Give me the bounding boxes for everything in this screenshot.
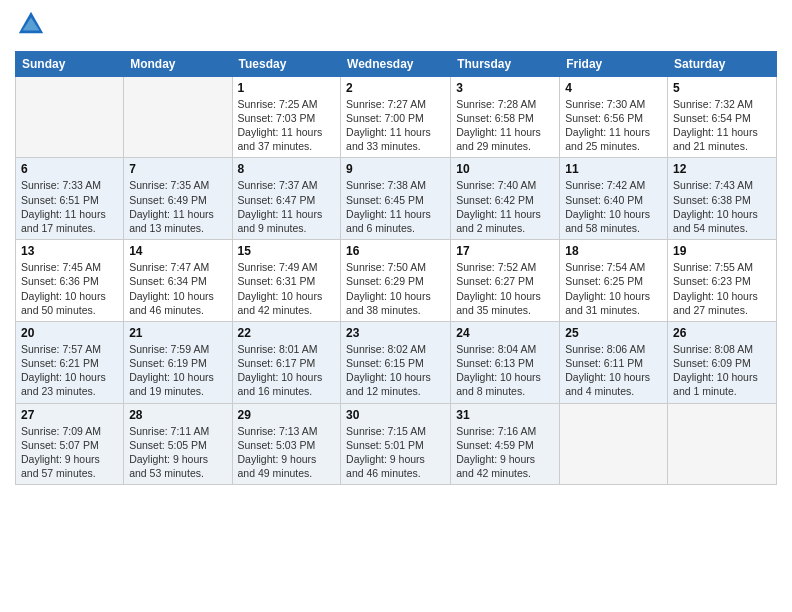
calendar-cell: 20Sunrise: 7:57 AM Sunset: 6:21 PM Dayli… [16, 321, 124, 403]
weekday-header-row: SundayMondayTuesdayWednesdayThursdayFrid… [16, 51, 777, 76]
day-info: Sunrise: 7:55 AM Sunset: 6:23 PM Dayligh… [673, 260, 771, 317]
day-number: 15 [238, 244, 336, 258]
day-number: 24 [456, 326, 554, 340]
day-info: Sunrise: 7:50 AM Sunset: 6:29 PM Dayligh… [346, 260, 445, 317]
weekday-header-sunday: Sunday [16, 51, 124, 76]
header [15, 10, 777, 43]
weekday-header-wednesday: Wednesday [341, 51, 451, 76]
day-number: 3 [456, 81, 554, 95]
weekday-header-friday: Friday [560, 51, 668, 76]
day-info: Sunrise: 7:52 AM Sunset: 6:27 PM Dayligh… [456, 260, 554, 317]
day-info: Sunrise: 7:32 AM Sunset: 6:54 PM Dayligh… [673, 97, 771, 154]
day-info: Sunrise: 7:57 AM Sunset: 6:21 PM Dayligh… [21, 342, 118, 399]
calendar-cell: 9Sunrise: 7:38 AM Sunset: 6:45 PM Daylig… [341, 158, 451, 240]
weekday-header-thursday: Thursday [451, 51, 560, 76]
day-info: Sunrise: 7:09 AM Sunset: 5:07 PM Dayligh… [21, 424, 118, 481]
weekday-header-monday: Monday [124, 51, 232, 76]
calendar-cell [668, 403, 777, 485]
day-info: Sunrise: 7:42 AM Sunset: 6:40 PM Dayligh… [565, 178, 662, 235]
day-number: 17 [456, 244, 554, 258]
day-number: 18 [565, 244, 662, 258]
day-number: 2 [346, 81, 445, 95]
calendar-cell: 7Sunrise: 7:35 AM Sunset: 6:49 PM Daylig… [124, 158, 232, 240]
calendar-cell: 22Sunrise: 8:01 AM Sunset: 6:17 PM Dayli… [232, 321, 341, 403]
day-number: 6 [21, 162, 118, 176]
day-info: Sunrise: 7:25 AM Sunset: 7:03 PM Dayligh… [238, 97, 336, 154]
calendar-cell: 10Sunrise: 7:40 AM Sunset: 6:42 PM Dayli… [451, 158, 560, 240]
day-number: 29 [238, 408, 336, 422]
day-info: Sunrise: 7:43 AM Sunset: 6:38 PM Dayligh… [673, 178, 771, 235]
calendar-week-row: 6Sunrise: 7:33 AM Sunset: 6:51 PM Daylig… [16, 158, 777, 240]
day-info: Sunrise: 7:11 AM Sunset: 5:05 PM Dayligh… [129, 424, 226, 481]
weekday-header-tuesday: Tuesday [232, 51, 341, 76]
day-number: 14 [129, 244, 226, 258]
calendar-cell: 12Sunrise: 7:43 AM Sunset: 6:38 PM Dayli… [668, 158, 777, 240]
calendar-cell: 19Sunrise: 7:55 AM Sunset: 6:23 PM Dayli… [668, 240, 777, 322]
calendar-cell: 28Sunrise: 7:11 AM Sunset: 5:05 PM Dayli… [124, 403, 232, 485]
calendar-cell: 31Sunrise: 7:16 AM Sunset: 4:59 PM Dayli… [451, 403, 560, 485]
calendar-cell: 2Sunrise: 7:27 AM Sunset: 7:00 PM Daylig… [341, 76, 451, 158]
day-number: 20 [21, 326, 118, 340]
day-info: Sunrise: 7:38 AM Sunset: 6:45 PM Dayligh… [346, 178, 445, 235]
calendar-cell: 4Sunrise: 7:30 AM Sunset: 6:56 PM Daylig… [560, 76, 668, 158]
calendar-week-row: 20Sunrise: 7:57 AM Sunset: 6:21 PM Dayli… [16, 321, 777, 403]
calendar-cell: 24Sunrise: 8:04 AM Sunset: 6:13 PM Dayli… [451, 321, 560, 403]
day-number: 21 [129, 326, 226, 340]
calendar-cell: 6Sunrise: 7:33 AM Sunset: 6:51 PM Daylig… [16, 158, 124, 240]
day-number: 30 [346, 408, 445, 422]
logo-icon [17, 10, 45, 38]
day-number: 11 [565, 162, 662, 176]
calendar-cell: 11Sunrise: 7:42 AM Sunset: 6:40 PM Dayli… [560, 158, 668, 240]
day-info: Sunrise: 8:06 AM Sunset: 6:11 PM Dayligh… [565, 342, 662, 399]
weekday-header-saturday: Saturday [668, 51, 777, 76]
calendar-cell: 27Sunrise: 7:09 AM Sunset: 5:07 PM Dayli… [16, 403, 124, 485]
calendar-cell: 18Sunrise: 7:54 AM Sunset: 6:25 PM Dayli… [560, 240, 668, 322]
day-number: 12 [673, 162, 771, 176]
day-number: 26 [673, 326, 771, 340]
day-number: 25 [565, 326, 662, 340]
day-info: Sunrise: 7:37 AM Sunset: 6:47 PM Dayligh… [238, 178, 336, 235]
day-number: 19 [673, 244, 771, 258]
calendar-cell [16, 76, 124, 158]
calendar-cell: 15Sunrise: 7:49 AM Sunset: 6:31 PM Dayli… [232, 240, 341, 322]
calendar-cell: 14Sunrise: 7:47 AM Sunset: 6:34 PM Dayli… [124, 240, 232, 322]
calendar-week-row: 13Sunrise: 7:45 AM Sunset: 6:36 PM Dayli… [16, 240, 777, 322]
day-number: 27 [21, 408, 118, 422]
calendar-cell: 1Sunrise: 7:25 AM Sunset: 7:03 PM Daylig… [232, 76, 341, 158]
day-number: 8 [238, 162, 336, 176]
day-info: Sunrise: 8:01 AM Sunset: 6:17 PM Dayligh… [238, 342, 336, 399]
day-info: Sunrise: 7:47 AM Sunset: 6:34 PM Dayligh… [129, 260, 226, 317]
day-number: 13 [21, 244, 118, 258]
calendar-cell: 29Sunrise: 7:13 AM Sunset: 5:03 PM Dayli… [232, 403, 341, 485]
day-info: Sunrise: 8:04 AM Sunset: 6:13 PM Dayligh… [456, 342, 554, 399]
day-info: Sunrise: 8:08 AM Sunset: 6:09 PM Dayligh… [673, 342, 771, 399]
day-info: Sunrise: 7:13 AM Sunset: 5:03 PM Dayligh… [238, 424, 336, 481]
day-info: Sunrise: 7:35 AM Sunset: 6:49 PM Dayligh… [129, 178, 226, 235]
calendar-cell: 8Sunrise: 7:37 AM Sunset: 6:47 PM Daylig… [232, 158, 341, 240]
day-info: Sunrise: 7:59 AM Sunset: 6:19 PM Dayligh… [129, 342, 226, 399]
calendar-cell [124, 76, 232, 158]
calendar-week-row: 1Sunrise: 7:25 AM Sunset: 7:03 PM Daylig… [16, 76, 777, 158]
day-info: Sunrise: 7:30 AM Sunset: 6:56 PM Dayligh… [565, 97, 662, 154]
calendar-cell [560, 403, 668, 485]
day-number: 28 [129, 408, 226, 422]
calendar-cell: 23Sunrise: 8:02 AM Sunset: 6:15 PM Dayli… [341, 321, 451, 403]
logo [15, 10, 45, 43]
day-info: Sunrise: 7:28 AM Sunset: 6:58 PM Dayligh… [456, 97, 554, 154]
calendar-cell: 16Sunrise: 7:50 AM Sunset: 6:29 PM Dayli… [341, 240, 451, 322]
day-number: 16 [346, 244, 445, 258]
day-info: Sunrise: 7:15 AM Sunset: 5:01 PM Dayligh… [346, 424, 445, 481]
calendar-table: SundayMondayTuesdayWednesdayThursdayFrid… [15, 51, 777, 485]
day-info: Sunrise: 7:49 AM Sunset: 6:31 PM Dayligh… [238, 260, 336, 317]
day-info: Sunrise: 7:45 AM Sunset: 6:36 PM Dayligh… [21, 260, 118, 317]
day-number: 23 [346, 326, 445, 340]
calendar-cell: 5Sunrise: 7:32 AM Sunset: 6:54 PM Daylig… [668, 76, 777, 158]
day-info: Sunrise: 7:27 AM Sunset: 7:00 PM Dayligh… [346, 97, 445, 154]
calendar-cell: 17Sunrise: 7:52 AM Sunset: 6:27 PM Dayli… [451, 240, 560, 322]
day-number: 1 [238, 81, 336, 95]
day-info: Sunrise: 7:33 AM Sunset: 6:51 PM Dayligh… [21, 178, 118, 235]
day-number: 22 [238, 326, 336, 340]
calendar-cell: 3Sunrise: 7:28 AM Sunset: 6:58 PM Daylig… [451, 76, 560, 158]
calendar-cell: 26Sunrise: 8:08 AM Sunset: 6:09 PM Dayli… [668, 321, 777, 403]
day-info: Sunrise: 7:40 AM Sunset: 6:42 PM Dayligh… [456, 178, 554, 235]
